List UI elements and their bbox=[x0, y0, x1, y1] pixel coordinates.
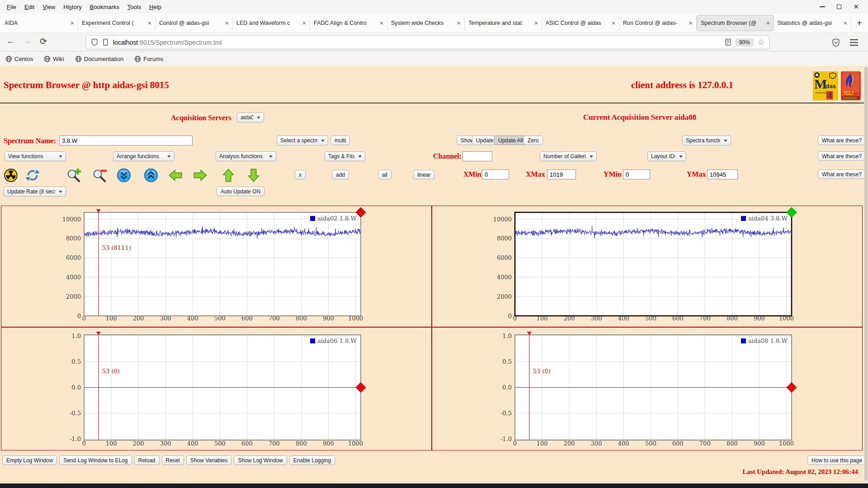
green-up-arrow-icon[interactable] bbox=[221, 168, 236, 183]
page-scrollbar[interactable] bbox=[864, 66, 868, 483]
bookmark-documentation[interactable]: Documentation bbox=[75, 56, 123, 62]
tab-close-icon[interactable]: × bbox=[380, 19, 383, 27]
linear-button[interactable]: linear bbox=[413, 170, 434, 179]
menu-edit[interactable]: Edit bbox=[20, 2, 38, 12]
arrange-functions-select[interactable]: Arrange functions bbox=[113, 151, 175, 161]
menu-help[interactable]: Help bbox=[145, 2, 165, 12]
tab-close-icon[interactable]: × bbox=[534, 19, 538, 27]
back-icon[interactable]: ← bbox=[6, 36, 15, 46]
page-info-icon[interactable] bbox=[102, 38, 109, 46]
chart-panel-aida08-1-8-w[interactable]: 01002003004005006007008009001000-1.0-0.5… bbox=[432, 328, 862, 450]
zero-button[interactable]: Zero bbox=[524, 136, 543, 145]
xmax-input[interactable] bbox=[547, 169, 576, 179]
chart-panel-aida02-1-8-w[interactable]: 0100200300400500600700800900100002000400… bbox=[1, 206, 431, 327]
chart-panel-aida04-3-8-w[interactable]: 0100200300400500600700800900100002000400… bbox=[432, 206, 862, 327]
what-are-these-button-1[interactable]: What are these? bbox=[818, 136, 866, 145]
acquisition-server-select[interactable]: aida08 bbox=[237, 113, 264, 122]
green-down-arrow-icon[interactable] bbox=[246, 168, 261, 183]
tab-close-icon[interactable]: × bbox=[844, 19, 847, 27]
tab-close-icon[interactable]: × bbox=[302, 19, 306, 27]
tab-close-icon[interactable]: × bbox=[148, 19, 151, 27]
spectrum-chart[interactable]: 01002003004005006007008009001000-1.0-0.5… bbox=[1, 328, 431, 450]
chart-panel-aida06-1-8-w[interactable]: 01002003004005006007008009001000-1.0-0.5… bbox=[1, 328, 431, 450]
pocket-shield-icon[interactable] bbox=[832, 38, 840, 47]
menu-bookmarks[interactable]: Bookmarks bbox=[86, 2, 123, 12]
ymin-input[interactable] bbox=[623, 169, 650, 179]
select-a-spectrum-select[interactable]: Select a spectrum bbox=[277, 136, 328, 145]
x-axis-button[interactable]: x bbox=[295, 170, 306, 179]
multi-button[interactable]: multi bbox=[330, 136, 350, 145]
reader-mode-icon[interactable] bbox=[725, 38, 731, 46]
menu-tools[interactable]: Tools bbox=[123, 2, 145, 12]
add-button[interactable]: add bbox=[332, 170, 349, 179]
maximize-icon[interactable] bbox=[837, 5, 841, 9]
zoom-level-badge[interactable]: 90% bbox=[736, 38, 754, 47]
bookmark-wiki[interactable]: Wiki bbox=[44, 56, 64, 62]
tags-fits-select[interactable]: Tags & Fits bbox=[325, 151, 365, 161]
tab-experiment-control[interactable]: Experiment Control (× bbox=[78, 16, 156, 31]
hamburger-menu-icon[interactable] bbox=[850, 39, 858, 46]
menu-view[interactable]: View bbox=[38, 2, 59, 12]
tab-asic-control-aidas[interactable]: ASIC Control @ aidas× bbox=[542, 16, 619, 31]
forward-icon[interactable]: → bbox=[23, 36, 31, 46]
all-button[interactable]: all bbox=[378, 170, 392, 179]
send-log-window-to-elog-button[interactable]: Send Log Window to ELog bbox=[59, 455, 132, 465]
bookmark-centos[interactable]: Centos bbox=[5, 56, 33, 62]
tcl-powered-logo[interactable]: TCL! POWERED bbox=[841, 71, 861, 100]
zoom-out-icon[interactable] bbox=[92, 168, 108, 183]
tab-system-wide-checks[interactable]: System wide Checks× bbox=[387, 16, 465, 31]
shield-icon[interactable] bbox=[91, 38, 98, 46]
blue-down-arrows-icon[interactable] bbox=[117, 168, 131, 183]
tab-close-icon[interactable]: × bbox=[766, 19, 770, 27]
empty-log-window-button[interactable]: Empty Log Window bbox=[2, 455, 57, 465]
menu-file[interactable]: File bbox=[3, 2, 20, 12]
tab-statistics-aidas-gsi[interactable]: Statistics @ aidas-gsi× bbox=[774, 16, 851, 31]
show-variables-button[interactable]: Show Variables bbox=[186, 455, 232, 465]
url-bar[interactable]: localhost:8015/Spectrum/Spectrum.tml 90%… bbox=[86, 35, 769, 49]
update-all-button[interactable]: Update All bbox=[494, 136, 527, 145]
minimize-icon[interactable] bbox=[820, 6, 825, 7]
reset-button[interactable]: Reset bbox=[162, 455, 184, 465]
how-to-use-button[interactable]: How to use this page bbox=[807, 455, 866, 465]
analysis-functions-select[interactable]: Analysis functions bbox=[216, 151, 276, 161]
midas-logo[interactable]: M idas powered by TCL bbox=[813, 71, 838, 100]
scrollbar-thumb[interactable] bbox=[864, 67, 868, 481]
reload-icon[interactable]: ⟳ bbox=[40, 36, 47, 47]
ymax-input[interactable] bbox=[707, 169, 738, 179]
bookmark-star-icon[interactable]: ☆ bbox=[758, 38, 764, 47]
number-of-galleries-select[interactable]: Number of Galleries bbox=[540, 151, 597, 161]
show-log-window-button[interactable]: Show Log Window bbox=[234, 455, 287, 465]
tab-control-aidas-gsi[interactable]: Control @ aidas-gsi× bbox=[156, 16, 233, 31]
tab-close-icon[interactable]: × bbox=[689, 19, 693, 27]
menu-history[interactable]: History bbox=[59, 2, 85, 12]
new-tab-button[interactable]: + bbox=[851, 18, 868, 28]
layout-id-select[interactable]: Layout ID=8 bbox=[647, 151, 686, 161]
green-right-arrow-icon[interactable] bbox=[193, 168, 208, 183]
tab-spectrum-browser[interactable]: Spectrum Browser (@× bbox=[697, 15, 774, 31]
bookmark-forums[interactable]: Forums bbox=[134, 56, 163, 62]
spectrum-chart[interactable]: 0100200300400500600700800900100002000400… bbox=[432, 206, 862, 327]
tab-aida[interactable]: AIDA× bbox=[1, 16, 78, 31]
spectra-functions-select[interactable]: Spectra functions bbox=[682, 136, 731, 145]
tab-close-icon[interactable]: × bbox=[71, 19, 74, 27]
reload-button[interactable]: Reload bbox=[134, 455, 160, 465]
tab-led-and-waveform-c[interactable]: LED and Waveform c× bbox=[233, 16, 310, 31]
spectrum-chart[interactable]: 0100200300400500600700800900100002000400… bbox=[1, 206, 431, 327]
tab-temperature-and-stat[interactable]: Temperature and stat× bbox=[465, 16, 542, 31]
spectrum-chart[interactable]: 01002003004005006007008009001000-1.0-0.5… bbox=[432, 328, 862, 450]
blue-up-arrows-icon[interactable] bbox=[144, 168, 158, 183]
auto-update-button[interactable]: Auto Update ON bbox=[217, 187, 264, 196]
refresh-icon[interactable] bbox=[25, 168, 40, 183]
what-are-these-button-2[interactable]: What are these? bbox=[818, 151, 866, 161]
enable-logging-button[interactable]: Enable Logging bbox=[289, 455, 335, 465]
radiation-icon[interactable] bbox=[4, 168, 18, 183]
tab-close-icon[interactable]: × bbox=[612, 19, 615, 27]
tab-fadc-align-contro[interactable]: FADC Align & Contro× bbox=[310, 16, 387, 31]
xmin-input[interactable] bbox=[482, 169, 509, 179]
close-icon[interactable]: ✕ bbox=[853, 5, 859, 9]
tab-run-control-aidas[interactable]: Run Control @ aidas-× bbox=[619, 16, 697, 31]
spectrum-name-input[interactable] bbox=[59, 136, 193, 145]
tab-close-icon[interactable]: × bbox=[457, 19, 461, 27]
view-functions-select[interactable]: View functions bbox=[5, 151, 66, 161]
green-left-arrow-icon[interactable] bbox=[168, 168, 183, 183]
